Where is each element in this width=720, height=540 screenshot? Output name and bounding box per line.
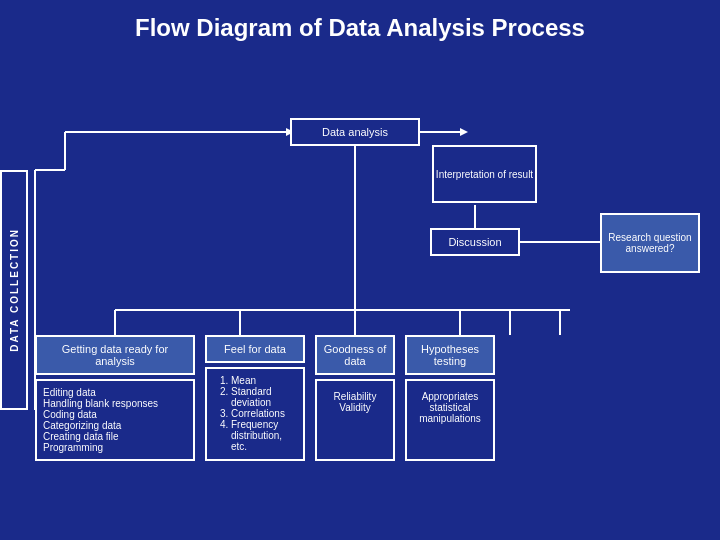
getting-ready-header: Getting data ready for analysis xyxy=(35,335,195,375)
feel-header: Feel for data xyxy=(205,335,305,363)
hypotheses-content: Appropriates statistical manipulations xyxy=(405,379,495,461)
feel-item-1: Mean xyxy=(231,375,297,386)
goodness-header: Goodness of data xyxy=(315,335,395,375)
goodness-content: Reliability Validity xyxy=(315,379,395,461)
box-interpretation: Interpretation of result xyxy=(432,145,537,203)
col-goodness: Goodness of data Reliability Validity xyxy=(315,335,395,461)
data-collection-label: DATA COLLECTION xyxy=(0,170,28,410)
getting-ready-content: Editing data Handling blank responses Co… xyxy=(35,379,195,461)
box-discussion: Discussion xyxy=(430,228,520,256)
col-hypotheses: Hypotheses testing Appropriates statisti… xyxy=(405,335,495,461)
feel-item-3: Correlations xyxy=(231,408,297,419)
col-feel: Feel for data Mean Standard deviation Co… xyxy=(205,335,305,461)
feel-item-2: Standard deviation xyxy=(231,386,297,408)
bottom-boxes-container: Getting data ready for analysis Editing … xyxy=(35,335,495,461)
box-data-analysis: Data analysis xyxy=(290,118,420,146)
hypotheses-header: Hypotheses testing xyxy=(405,335,495,375)
col-getting-ready: Getting data ready for analysis Editing … xyxy=(35,335,195,461)
feel-item-4: Frequency distribution, etc. xyxy=(231,419,297,452)
diagram-area: DATA COLLECTION Data analysis xyxy=(0,50,720,530)
feel-content: Mean Standard deviation Correlations Fre… xyxy=(205,367,305,461)
svg-marker-8 xyxy=(460,128,468,136)
page-title: Flow Diagram of Data Analysis Process xyxy=(0,0,720,50)
box-research-question: Research question answered? xyxy=(600,213,700,273)
